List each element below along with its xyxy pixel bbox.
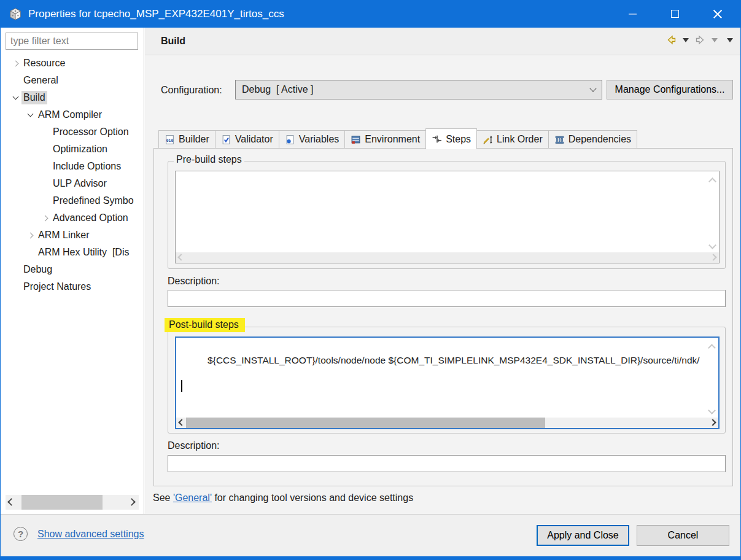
cancel-button[interactable]: Cancel — [637, 525, 729, 546]
sidebar-horizontal-scrollbar[interactable] — [6, 495, 139, 510]
pencil-order-icon — [483, 134, 493, 145]
tab-link-order[interactable]: Link Order — [476, 130, 549, 149]
scroll-down-icon[interactable] — [708, 406, 716, 414]
variable-doc-icon — [285, 134, 295, 145]
manage-configurations-button[interactable]: Manage Configurations... — [607, 80, 733, 99]
properties-cube-icon — [9, 7, 22, 21]
sidebar: Resource General Build ARM Compiler Proc… — [1, 28, 144, 514]
prebuild-description-input[interactable] — [168, 290, 726, 307]
general-settings-note: See 'General' for changing tool versions… — [153, 492, 413, 504]
maximize-icon — [671, 10, 679, 18]
scroll-left-icon[interactable] — [178, 419, 185, 426]
properties-tree: Resource General Build ARM Compiler Proc… — [1, 55, 144, 295]
postbuild-steps-textarea[interactable]: ${CCS_INSTALL_ROOT}/tools/node/node ${CO… — [175, 336, 720, 429]
sidebar-item-project-natures[interactable]: Project Natures — [1, 278, 144, 295]
window-bottom-border — [1, 556, 740, 560]
maximize-button[interactable] — [654, 0, 696, 28]
dialog-footer: ? Show advanced settings Apply and Close… — [1, 514, 740, 556]
sidebar-item-include-options[interactable]: Include Options — [1, 158, 144, 175]
prebuild-horizontal-scrollbar[interactable] — [176, 252, 719, 263]
scroll-up-icon[interactable] — [708, 177, 716, 185]
sidebar-item-arm-compiler[interactable]: ARM Compiler — [1, 106, 144, 123]
scroll-left-icon[interactable] — [7, 498, 15, 506]
binary-doc-icon: 010 — [165, 134, 175, 145]
forward-arrow-icon[interactable] — [694, 34, 706, 45]
scroll-right-icon[interactable] — [128, 498, 136, 506]
sidebar-item-build[interactable]: Build — [1, 89, 144, 106]
tab-dependencies[interactable]: Dependencies — [548, 130, 637, 149]
configuration-select[interactable]: Debug [ Active ] — [235, 80, 602, 99]
prebuild-steps-legend: Pre-build steps — [174, 154, 244, 165]
library-icon — [554, 134, 565, 145]
postbuild-steps-text: ${CCS_INSTALL_ROOT}/tools/node/node ${CO… — [208, 355, 700, 365]
minimize-icon — [629, 14, 637, 15]
back-history-dropdown-icon[interactable] — [683, 38, 689, 42]
back-arrow-icon[interactable] — [665, 34, 677, 45]
prebuild-steps-textarea[interactable] — [175, 171, 720, 263]
sidebar-item-resource[interactable]: Resource — [1, 55, 144, 72]
properties-dialog: Properties for tcpecho_MSP_EXP432E401Y_t… — [0, 0, 741, 560]
sidebar-item-ulp-advisor[interactable]: ULP Advisor — [1, 175, 144, 192]
postbuild-description-input[interactable] — [168, 455, 726, 472]
chevron-right-icon[interactable] — [42, 215, 48, 221]
sidebar-item-arm-linker[interactable]: ARM Linker — [1, 227, 144, 244]
sidebar-item-processor-option[interactable]: Processor Option — [1, 123, 144, 141]
prebuild-steps-group: Pre-build steps — [168, 161, 726, 269]
scroll-down-icon[interactable] — [708, 241, 716, 249]
settings-tabs: 010 Builder Validator Variables Environm… — [158, 128, 637, 149]
tab-variables[interactable]: Variables — [279, 130, 346, 149]
history-navigation — [665, 34, 733, 45]
sidebar-item-predefined-symbols[interactable]: Predefined Symbo — [1, 192, 144, 209]
help-icon[interactable]: ? — [14, 527, 28, 541]
tab-steps[interactable]: Steps — [425, 128, 477, 149]
scroll-right-icon[interactable] — [710, 254, 716, 260]
page-title: Build — [161, 36, 185, 47]
view-menu-icon[interactable] — [727, 38, 733, 42]
sidebar-item-general[interactable]: General — [1, 72, 144, 89]
postbuild-steps-group: Post-build steps ${CCS_INSTALL_ROOT}/too… — [168, 327, 726, 434]
close-icon — [713, 9, 723, 19]
text-cursor — [181, 380, 182, 392]
page-header: Build — [145, 28, 741, 55]
sidebar-item-arm-hex-utility[interactable]: ARM Hex Utility [Dis — [1, 244, 144, 261]
prebuild-description-label: Description: — [168, 276, 219, 287]
forward-history-dropdown-icon[interactable] — [712, 38, 718, 42]
combo-chevron-icon — [589, 85, 596, 91]
scrollbar-thumb[interactable] — [21, 495, 103, 510]
chevron-down-icon[interactable] — [27, 111, 33, 117]
window-title: Properties for tcpecho_MSP_EXP432E401Y_t… — [28, 8, 284, 20]
title-bar: Properties for tcpecho_MSP_EXP432E401Y_t… — [1, 0, 740, 28]
general-link[interactable]: 'General' — [173, 492, 212, 503]
filter-input[interactable] — [6, 33, 138, 50]
configuration-value: Debug [ Active ] — [242, 84, 591, 95]
svg-text:010: 010 — [166, 138, 174, 143]
scroll-up-icon[interactable] — [708, 344, 716, 352]
close-button[interactable] — [696, 0, 739, 28]
sidebar-item-debug[interactable]: Debug — [1, 261, 144, 278]
sidebar-item-optimization[interactable]: Optimization — [1, 141, 144, 158]
steps-arrows-icon — [432, 134, 442, 144]
postbuild-description-label: Description: — [168, 440, 219, 451]
show-advanced-settings-link[interactable]: Show advanced settings — [37, 529, 144, 540]
sidebar-item-advanced-options[interactable]: Advanced Option — [1, 209, 144, 227]
postbuild-horizontal-scrollbar[interactable] — [176, 418, 718, 428]
configuration-label: Configuration: — [161, 85, 222, 96]
postbuild-steps-legend: Post-build steps — [165, 318, 245, 332]
chevron-down-icon[interactable] — [12, 94, 18, 100]
tab-builder[interactable]: 010 Builder — [158, 130, 215, 149]
scroll-left-icon[interactable] — [177, 254, 184, 260]
chevron-right-icon[interactable] — [27, 232, 33, 238]
content-panel: Build Configuration: Debug [ Active ] Ma… — [145, 28, 741, 514]
environment-table-icon — [351, 134, 361, 145]
check-doc-icon — [221, 134, 231, 145]
chevron-right-icon[interactable] — [12, 60, 18, 66]
tab-validator[interactable]: Validator — [215, 130, 279, 149]
minimize-button[interactable] — [611, 0, 654, 28]
scrollbar-thumb[interactable] — [186, 418, 545, 428]
apply-and-close-button[interactable]: Apply and Close — [537, 525, 629, 546]
scroll-right-icon[interactable] — [709, 419, 716, 426]
tab-environment[interactable]: Environment — [344, 130, 426, 149]
